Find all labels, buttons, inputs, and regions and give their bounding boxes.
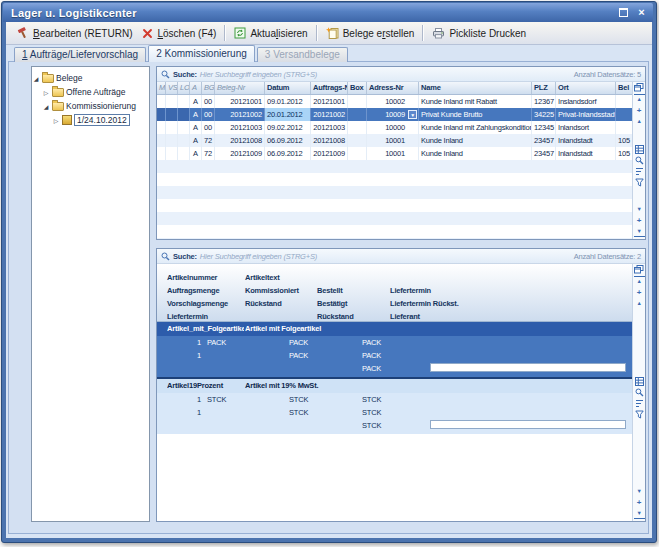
- next-record-icon[interactable]: ▼: [634, 487, 645, 496]
- loeschen-label: Löschen (F4): [157, 28, 216, 39]
- lieferant-input[interactable]: [430, 420, 626, 429]
- aktualisieren-button[interactable]: Aktualisieren: [229, 25, 312, 41]
- aktualisieren-label: Aktualisieren: [250, 28, 307, 39]
- folder-icon: [52, 102, 64, 111]
- tree-item-kommissionierung[interactable]: ◢ Kommissionierung: [32, 99, 149, 113]
- grid-view-icon[interactable]: [634, 145, 645, 154]
- previous-page-icon[interactable]: +: [634, 106, 645, 115]
- previous-record-icon[interactable]: ▲: [634, 299, 645, 308]
- positionen-panel: Suche: Hier Suchbegriff eingeben (STRG+S…: [156, 248, 646, 522]
- column-chooser-icon[interactable]: [634, 265, 645, 274]
- next-page-icon[interactable]: +: [634, 498, 645, 507]
- table-row[interactable]: A 72 20121008 06.09.2012 20121008 10001 …: [157, 134, 632, 147]
- close-icon: ×: [638, 7, 644, 18]
- filter-icon[interactable]: [634, 410, 645, 419]
- lieferant-input[interactable]: [430, 363, 626, 372]
- previous-record-icon[interactable]: ▲: [634, 117, 645, 126]
- search-icon: [161, 70, 170, 79]
- refresh-icon: [234, 27, 246, 39]
- grid-view-icon[interactable]: [634, 377, 645, 386]
- table-row[interactable]: A 00 20121001 09.01.2012 20121001 10002 …: [157, 95, 632, 108]
- record-count: Anzahl Datensätze: 2: [574, 252, 641, 261]
- search-icon[interactable]: [634, 156, 645, 165]
- last-record-icon[interactable]: ▼: [634, 227, 645, 237]
- collapse-arrow-icon[interactable]: ▷: [52, 117, 60, 124]
- hdr-artikeltext: Artikeltext: [245, 273, 279, 282]
- package-icon: [62, 115, 72, 125]
- search-icon[interactable]: [634, 388, 645, 397]
- tree-item-belege[interactable]: ◢ Belege: [32, 71, 149, 85]
- grid-side-toolbar: ▲ + ▲ ▼ + ▼: [632, 264, 645, 521]
- column-header-row: M VS LO A BG Beleg-Nr Datum Auftrags-Nr.…: [157, 82, 632, 95]
- search-label: Suche:: [173, 70, 197, 79]
- col-header-plz[interactable]: PLZ: [532, 82, 556, 94]
- col-header-datum[interactable]: Datum: [265, 82, 311, 94]
- toolbar: Bearbeiten (RETURN) Löschen (F4) Aktuali…: [6, 22, 652, 45]
- expand-arrow-icon[interactable]: ◢: [42, 103, 50, 110]
- search-bar[interactable]: Suche: Hier Suchbegriff eingeben (STRG+S…: [157, 67, 645, 82]
- first-record-icon[interactable]: ▲: [634, 94, 645, 104]
- sort-icon[interactable]: [634, 399, 645, 408]
- pickliste-drucken-button[interactable]: Pickliste Drucken: [427, 25, 531, 41]
- search-placeholder: Hier Suchbegriff eingeben (STRG+S): [200, 252, 317, 261]
- bearbeiten-button[interactable]: Bearbeiten (RETURN): [12, 25, 137, 41]
- expand-arrow-icon[interactable]: ◢: [32, 75, 40, 82]
- col-header-auftrags-nr[interactable]: Auftrags-Nr.: [311, 82, 348, 94]
- article-number: Artikel_mit_Folgeartikel: [167, 322, 244, 336]
- sort-icon[interactable]: [634, 167, 645, 176]
- toolbar-separator: [224, 25, 226, 41]
- col-header-adress-nr[interactable]: Adress-Nr: [367, 82, 419, 94]
- table-row-selected[interactable]: A 00 20121002 20.01.2012 20121002 10009▼…: [157, 108, 632, 121]
- hdr-kommissioniert: Kommissioniert: [245, 286, 299, 295]
- tab-kommissionierung[interactable]: 2 Kommissionierung: [148, 45, 255, 62]
- col-header-name[interactable]: Name: [419, 82, 532, 94]
- tab-auftraege-liefervorschlag[interactable]: 1 Aufträge/Liefervorschlag: [14, 47, 146, 62]
- dropdown-arrow-icon[interactable]: ▼: [408, 110, 417, 119]
- article-text: Artikel mit 19% MwSt.: [245, 379, 318, 393]
- search-label: Suche:: [173, 252, 197, 261]
- col-header-beleg-nr[interactable]: Beleg-Nr: [215, 82, 265, 94]
- previous-page-icon[interactable]: +: [634, 288, 645, 297]
- maximize-button[interactable]: [616, 6, 631, 19]
- article-record[interactable]: Artikel19Prozent Artikel mit 19% MwSt. 1…: [157, 377, 632, 434]
- next-record-icon[interactable]: ▼: [634, 205, 645, 214]
- table-row[interactable]: A 72 20121009 06.09.2012 20121009 10001 …: [157, 147, 632, 160]
- col-header-lo[interactable]: LO: [178, 82, 190, 94]
- col-header-bel[interactable]: Bel: [616, 82, 632, 94]
- table-row[interactable]: A 00 20121003 09.02.2012 20121003 10000 …: [157, 121, 632, 134]
- active-edit-cell[interactable]: 20.01.2012: [265, 108, 311, 121]
- collapse-arrow-icon[interactable]: ▷: [42, 89, 50, 96]
- title-bar: Lager u. Logistikcenter ×: [3, 3, 653, 22]
- hdr-liefertermin: Liefertermin: [390, 286, 431, 295]
- column-chooser-icon[interactable]: [634, 83, 645, 92]
- last-record-icon[interactable]: ▼: [634, 509, 645, 519]
- delete-cross-icon: [142, 28, 153, 39]
- folder-icon: [42, 74, 54, 83]
- col-header-ort[interactable]: Ort: [556, 82, 616, 94]
- col-header-box[interactable]: Box: [348, 82, 367, 94]
- col-header-vs[interactable]: VS: [166, 82, 178, 94]
- tree-item-label: Offene Aufträge: [66, 87, 125, 97]
- app-window: Lager u. Logistikcenter × Bearbeiten (RE…: [1, 1, 657, 543]
- hdr-bestellt: Bestellt: [317, 286, 343, 295]
- record-count: Anzahl Datensätze: 5: [574, 70, 641, 79]
- empty-rows-area: [157, 160, 632, 239]
- close-button[interactable]: ×: [634, 6, 649, 19]
- toolbar-separator: [422, 25, 424, 41]
- pickliste-drucken-label: Pickliste Drucken: [449, 28, 526, 39]
- hdr-vorschlagsmenge: Vorschlagsmenge: [167, 299, 228, 308]
- window-title: Lager u. Logistikcenter: [11, 7, 613, 19]
- belege-erstellen-button[interactable]: Belege erstellen: [321, 25, 420, 41]
- col-header-a[interactable]: A: [190, 82, 202, 94]
- tree-item-pickliste[interactable]: ▷ 1/24.10.2012: [32, 113, 149, 127]
- search-bar[interactable]: Suche: Hier Suchbegriff eingeben (STRG+S…: [157, 249, 645, 264]
- article-record-selected[interactable]: Artikel_mit_Folgeartikel Artikel mit Fol…: [157, 322, 632, 377]
- col-header-m[interactable]: M: [157, 82, 166, 94]
- filter-icon[interactable]: [634, 178, 645, 187]
- tree-item-offene-auftraege[interactable]: ▷ Offene Aufträge: [32, 85, 149, 99]
- next-page-icon[interactable]: +: [634, 216, 645, 225]
- loeschen-button[interactable]: Löschen (F4): [137, 26, 221, 41]
- tree-panel: ◢ Belege ▷ Offene Aufträge ◢ Kommissioni…: [31, 66, 150, 522]
- first-record-icon[interactable]: ▲: [634, 276, 645, 286]
- col-header-bg[interactable]: BG: [202, 82, 215, 94]
